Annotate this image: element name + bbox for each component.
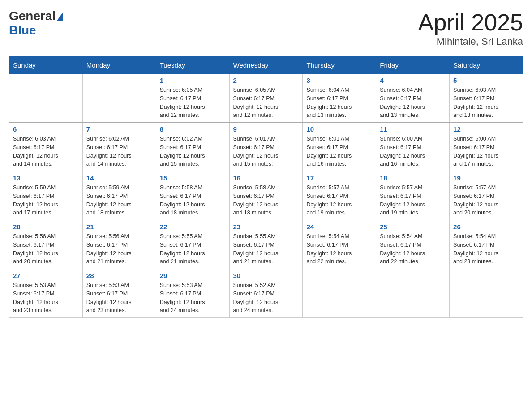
table-row: 25Sunrise: 5:54 AMSunset: 6:17 PMDayligh… (376, 220, 450, 269)
day-number: 25 (380, 223, 446, 231)
table-row: 3Sunrise: 6:04 AMSunset: 6:17 PMDaylight… (303, 74, 376, 123)
table-row: 9Sunrise: 6:01 AMSunset: 6:17 PMDaylight… (229, 123, 303, 171)
table-row: 13Sunrise: 5:59 AMSunset: 6:17 PMDayligh… (9, 171, 83, 220)
day-number: 30 (233, 272, 299, 279)
day-number: 21 (86, 223, 152, 231)
day-info: Sunrise: 6:04 AMSunset: 6:17 PMDaylight:… (380, 86, 446, 120)
day-number: 24 (306, 223, 372, 231)
table-row: 14Sunrise: 5:59 AMSunset: 6:17 PMDayligh… (82, 171, 156, 220)
day-info: Sunrise: 6:02 AMSunset: 6:17 PMDaylight:… (160, 135, 226, 168)
day-info: Sunrise: 5:54 AMSunset: 6:17 PMDaylight:… (306, 232, 372, 266)
table-row: 28Sunrise: 5:53 AMSunset: 6:17 PMDayligh… (82, 269, 156, 318)
table-row: 20Sunrise: 5:56 AMSunset: 6:17 PMDayligh… (9, 220, 83, 269)
table-row: 10Sunrise: 6:01 AMSunset: 6:17 PMDayligh… (303, 123, 376, 171)
table-row: 23Sunrise: 5:55 AMSunset: 6:17 PMDayligh… (229, 220, 303, 269)
day-number: 18 (380, 174, 446, 182)
day-number: 5 (453, 77, 519, 84)
day-info: Sunrise: 5:57 AMSunset: 6:17 PMDaylight:… (453, 184, 519, 217)
day-number: 13 (13, 174, 79, 182)
day-number: 12 (453, 125, 519, 133)
logo-blue-text: Blue (9, 23, 36, 38)
calendar-week-row: 6Sunrise: 6:03 AMSunset: 6:17 PMDaylight… (9, 123, 523, 171)
table-row: 19Sunrise: 5:57 AMSunset: 6:17 PMDayligh… (450, 171, 523, 220)
table-row: 11Sunrise: 6:00 AMSunset: 6:17 PMDayligh… (376, 123, 450, 171)
table-row: 26Sunrise: 5:54 AMSunset: 6:17 PMDayligh… (450, 220, 523, 269)
col-header-wednesday: Wednesday (229, 57, 303, 74)
calendar-header-row: Sunday Monday Tuesday Wednesday Thursday… (9, 57, 523, 74)
calendar-week-row: 20Sunrise: 5:56 AMSunset: 6:17 PMDayligh… (9, 220, 523, 269)
table-row: 12Sunrise: 6:00 AMSunset: 6:17 PMDayligh… (450, 123, 523, 171)
day-info: Sunrise: 5:59 AMSunset: 6:17 PMDaylight:… (86, 184, 152, 217)
day-info: Sunrise: 5:55 AMSunset: 6:17 PMDaylight:… (160, 232, 226, 266)
table-row: 4Sunrise: 6:04 AMSunset: 6:17 PMDaylight… (376, 74, 450, 123)
day-number: 22 (160, 223, 226, 231)
table-row (450, 269, 523, 318)
day-info: Sunrise: 5:58 AMSunset: 6:17 PMDaylight:… (233, 184, 299, 217)
day-info: Sunrise: 5:53 AMSunset: 6:17 PMDaylight:… (86, 281, 152, 315)
table-row: 21Sunrise: 5:56 AMSunset: 6:17 PMDayligh… (82, 220, 156, 269)
table-row (82, 74, 156, 123)
calendar-week-row: 27Sunrise: 5:53 AMSunset: 6:17 PMDayligh… (9, 269, 523, 318)
table-row (376, 269, 450, 318)
table-row: 18Sunrise: 5:57 AMSunset: 6:17 PMDayligh… (376, 171, 450, 220)
col-header-saturday: Saturday (450, 57, 523, 74)
page-header: General Blue April 2025 Mihintale, Sri L… (9, 9, 523, 47)
day-info: Sunrise: 5:52 AMSunset: 6:17 PMDaylight:… (233, 281, 299, 315)
table-row: 1Sunrise: 6:05 AMSunset: 6:17 PMDaylight… (156, 74, 229, 123)
table-row (303, 269, 376, 318)
day-number: 2 (233, 77, 299, 84)
col-header-tuesday: Tuesday (156, 57, 229, 74)
table-row: 15Sunrise: 5:58 AMSunset: 6:17 PMDayligh… (156, 171, 229, 220)
table-row: 29Sunrise: 5:53 AMSunset: 6:17 PMDayligh… (156, 269, 229, 318)
day-number: 8 (160, 125, 226, 133)
title-section: April 2025 Mihintale, Sri Lanka (418, 9, 523, 47)
day-info: Sunrise: 5:55 AMSunset: 6:17 PMDaylight:… (233, 232, 299, 266)
day-number: 14 (86, 174, 152, 182)
day-info: Sunrise: 6:01 AMSunset: 6:17 PMDaylight:… (233, 135, 299, 168)
day-info: Sunrise: 5:59 AMSunset: 6:17 PMDaylight:… (13, 184, 79, 217)
day-info: Sunrise: 5:56 AMSunset: 6:17 PMDaylight:… (13, 232, 79, 266)
table-row: 5Sunrise: 6:03 AMSunset: 6:17 PMDaylight… (450, 74, 523, 123)
logo-triangle-icon (56, 13, 63, 21)
location-text: Mihintale, Sri Lanka (418, 36, 523, 47)
calendar-table: Sunday Monday Tuesday Wednesday Thursday… (9, 56, 523, 318)
day-number: 17 (306, 174, 372, 182)
day-number: 23 (233, 223, 299, 231)
day-info: Sunrise: 6:03 AMSunset: 6:17 PMDaylight:… (13, 135, 79, 168)
col-header-friday: Friday (376, 57, 450, 74)
day-number: 28 (86, 272, 152, 279)
table-row: 24Sunrise: 5:54 AMSunset: 6:17 PMDayligh… (303, 220, 376, 269)
table-row: 16Sunrise: 5:58 AMSunset: 6:17 PMDayligh… (229, 171, 303, 220)
logo: General Blue (9, 9, 64, 38)
table-row: 17Sunrise: 5:57 AMSunset: 6:17 PMDayligh… (303, 171, 376, 220)
table-row: 30Sunrise: 5:52 AMSunset: 6:17 PMDayligh… (229, 269, 303, 318)
day-info: Sunrise: 6:05 AMSunset: 6:17 PMDaylight:… (233, 86, 299, 120)
day-info: Sunrise: 5:58 AMSunset: 6:17 PMDaylight:… (160, 184, 226, 217)
calendar-week-row: 1Sunrise: 6:05 AMSunset: 6:17 PMDaylight… (9, 74, 523, 123)
day-number: 16 (233, 174, 299, 182)
day-number: 26 (453, 223, 519, 231)
table-row (9, 74, 83, 123)
day-info: Sunrise: 6:05 AMSunset: 6:17 PMDaylight:… (160, 86, 226, 120)
day-number: 15 (160, 174, 226, 182)
day-number: 20 (13, 223, 79, 231)
month-title: April 2025 (418, 9, 523, 36)
day-info: Sunrise: 6:04 AMSunset: 6:17 PMDaylight:… (306, 86, 372, 120)
day-info: Sunrise: 6:01 AMSunset: 6:17 PMDaylight:… (306, 135, 372, 168)
day-number: 29 (160, 272, 226, 279)
day-number: 1 (160, 77, 226, 84)
table-row: 8Sunrise: 6:02 AMSunset: 6:17 PMDaylight… (156, 123, 229, 171)
day-info: Sunrise: 6:00 AMSunset: 6:17 PMDaylight:… (453, 135, 519, 168)
day-info: Sunrise: 6:00 AMSunset: 6:17 PMDaylight:… (380, 135, 446, 168)
day-number: 3 (306, 77, 372, 84)
day-number: 27 (13, 272, 79, 279)
day-info: Sunrise: 5:56 AMSunset: 6:17 PMDaylight:… (86, 232, 152, 266)
day-info: Sunrise: 6:03 AMSunset: 6:17 PMDaylight:… (453, 86, 519, 120)
day-info: Sunrise: 5:54 AMSunset: 6:17 PMDaylight:… (453, 232, 519, 266)
day-number: 7 (86, 125, 152, 133)
table-row: 2Sunrise: 6:05 AMSunset: 6:17 PMDaylight… (229, 74, 303, 123)
day-info: Sunrise: 5:54 AMSunset: 6:17 PMDaylight:… (380, 232, 446, 266)
table-row: 22Sunrise: 5:55 AMSunset: 6:17 PMDayligh… (156, 220, 229, 269)
table-row: 7Sunrise: 6:02 AMSunset: 6:17 PMDaylight… (82, 123, 156, 171)
day-number: 6 (13, 125, 79, 133)
